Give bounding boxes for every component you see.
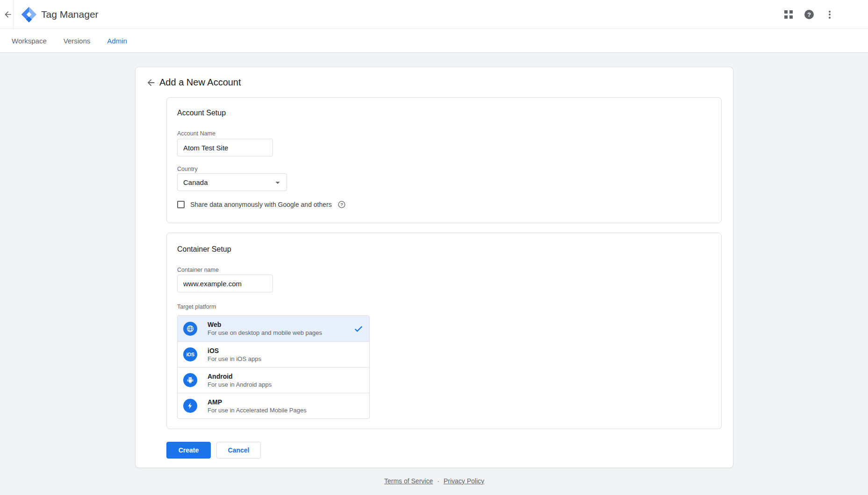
target-platform-label: Target platform bbox=[177, 304, 216, 310]
globe-icon bbox=[183, 322, 197, 336]
platform-text: AMP For use in Accelerated Mobile Pages bbox=[208, 398, 307, 414]
app-header: Tag Manager ? bbox=[0, 0, 868, 29]
share-data-checkbox[interactable] bbox=[177, 201, 185, 208]
country-selected-value: Canada bbox=[183, 178, 208, 186]
help-outline-icon[interactable]: ? bbox=[337, 200, 346, 209]
platform-name: Web bbox=[208, 321, 322, 328]
android-icon bbox=[183, 373, 197, 387]
main-tab-bar: Workspace Versions Admin bbox=[0, 29, 868, 53]
selected-check-icon bbox=[353, 324, 364, 334]
add-account-card: Add a New Account Account Setup Account … bbox=[135, 67, 733, 468]
card-back-button[interactable] bbox=[143, 75, 159, 91]
share-data-label: Share data anonymously with Google and o… bbox=[190, 201, 332, 208]
platform-text: iOS For use in iOS apps bbox=[208, 347, 261, 362]
platform-option-web[interactable]: Web For use on desktop and mobile web pa… bbox=[178, 316, 369, 341]
platform-text: Web For use on desktop and mobile web pa… bbox=[208, 321, 322, 336]
platform-option-amp[interactable]: AMP For use in Accelerated Mobile Pages bbox=[178, 393, 369, 418]
platform-name: AMP bbox=[208, 398, 307, 406]
tab-versions[interactable]: Versions bbox=[64, 37, 91, 45]
container-setup-heading: Container Setup bbox=[177, 245, 231, 254]
platform-name: Android bbox=[208, 373, 272, 380]
dot bbox=[829, 14, 831, 15]
grid-square bbox=[789, 15, 793, 19]
target-platform-list: Web For use on desktop and mobile web pa… bbox=[177, 315, 370, 419]
account-name-label: Account Name bbox=[177, 130, 215, 137]
grid-square bbox=[784, 15, 788, 19]
apps-grid-icon[interactable] bbox=[784, 10, 793, 19]
country-select[interactable]: Canada bbox=[177, 173, 287, 191]
header-divider bbox=[13, 0, 14, 29]
platform-description: For use in Accelerated Mobile Pages bbox=[208, 407, 307, 414]
help-icon[interactable]: ? bbox=[804, 10, 814, 19]
country-label: Country bbox=[177, 166, 198, 172]
platform-description: For use on desktop and mobile web pages bbox=[208, 329, 322, 336]
platform-text: Android For use in Android apps bbox=[208, 373, 272, 388]
tab-admin[interactable]: Admin bbox=[107, 37, 127, 45]
container-name-input[interactable] bbox=[177, 275, 273, 292]
footer-separator: · bbox=[437, 477, 439, 485]
platform-description: For use in iOS apps bbox=[208, 355, 261, 362]
dot bbox=[829, 11, 831, 13]
tab-workspace[interactable]: Workspace bbox=[12, 37, 47, 45]
grid-square bbox=[789, 10, 793, 14]
cancel-button[interactable]: Cancel bbox=[216, 442, 261, 459]
header-back-button[interactable] bbox=[2, 8, 14, 21]
dot bbox=[829, 17, 831, 19]
platform-option-ios[interactable]: iOS iOS For use in iOS apps bbox=[178, 341, 369, 367]
create-button[interactable]: Create bbox=[166, 442, 211, 459]
ios-icon: iOS bbox=[183, 347, 197, 361]
tag-manager-logo-icon bbox=[21, 6, 37, 23]
amp-icon bbox=[183, 399, 197, 413]
account-setup-section: Account Setup Account Name Country Canad… bbox=[166, 97, 722, 223]
back-arrow-icon bbox=[3, 10, 13, 19]
account-setup-heading: Account Setup bbox=[177, 109, 226, 117]
ios-glyph: iOS bbox=[186, 352, 194, 357]
back-arrow-icon bbox=[146, 78, 156, 88]
platform-name: iOS bbox=[208, 347, 261, 354]
share-data-row: Share data anonymously with Google and o… bbox=[177, 200, 346, 209]
grid-square bbox=[784, 10, 788, 14]
more-menu-icon[interactable] bbox=[825, 10, 834, 19]
page-title: Add a New Account bbox=[159, 77, 241, 88]
svg-text:?: ? bbox=[340, 202, 343, 207]
container-setup-section: Container Setup Container name Target pl… bbox=[166, 233, 722, 429]
privacy-policy-link[interactable]: Privacy Policy bbox=[444, 477, 484, 485]
platform-option-android[interactable]: Android For use in Android apps bbox=[178, 367, 369, 393]
chevron-down-icon bbox=[273, 177, 283, 188]
terms-of-service-link[interactable]: Terms of Service bbox=[384, 477, 433, 485]
platform-description: For use in Android apps bbox=[208, 381, 272, 388]
footer: Terms of Service·Privacy Policy bbox=[135, 477, 733, 485]
app-title: Tag Manager bbox=[41, 0, 99, 29]
account-name-input[interactable] bbox=[177, 139, 273, 156]
container-name-label: Container name bbox=[177, 267, 219, 273]
